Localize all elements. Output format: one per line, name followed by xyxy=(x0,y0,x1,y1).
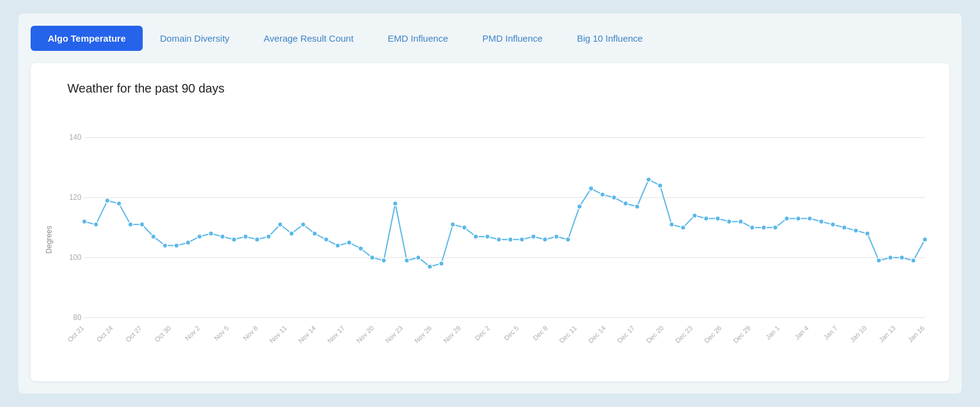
tab-domain-diversity[interactable]: Domain Diversity xyxy=(143,26,246,51)
svg-text:Jan 4: Jan 4 xyxy=(793,324,810,341)
svg-point-101 xyxy=(807,216,812,221)
svg-point-42 xyxy=(128,223,133,227)
svg-point-89 xyxy=(669,223,674,227)
svg-text:Dec 14: Dec 14 xyxy=(587,324,607,344)
svg-text:Jan 13: Jan 13 xyxy=(878,324,897,344)
svg-point-108 xyxy=(888,255,893,260)
chart-area: Degrees 80100120140Oct 21Oct 24Oct 27Oct… xyxy=(43,110,937,369)
svg-text:Dec 29: Dec 29 xyxy=(732,324,752,344)
svg-point-61 xyxy=(347,240,352,245)
svg-point-102 xyxy=(819,219,824,224)
svg-point-41 xyxy=(116,201,121,206)
svg-text:Dec 17: Dec 17 xyxy=(616,324,636,344)
svg-point-70 xyxy=(450,223,455,227)
svg-point-86 xyxy=(635,204,639,209)
svg-point-38 xyxy=(82,219,87,224)
svg-point-109 xyxy=(900,255,905,260)
svg-point-58 xyxy=(312,231,317,236)
svg-text:140: 140 xyxy=(69,134,81,142)
svg-point-77 xyxy=(531,234,536,239)
svg-point-94 xyxy=(727,219,732,224)
tab-emd-influence[interactable]: EMD Influence xyxy=(371,26,465,51)
svg-point-43 xyxy=(140,223,145,227)
svg-point-84 xyxy=(612,195,617,200)
svg-point-93 xyxy=(715,216,720,221)
svg-point-111 xyxy=(922,237,927,242)
svg-text:Dec 20: Dec 20 xyxy=(645,324,665,344)
svg-point-83 xyxy=(600,192,605,197)
svg-text:Oct 27: Oct 27 xyxy=(124,324,143,343)
svg-point-39 xyxy=(94,223,99,227)
svg-point-64 xyxy=(382,258,386,263)
svg-text:Jan 1: Jan 1 xyxy=(764,324,781,341)
svg-point-74 xyxy=(497,237,502,242)
tab-pmd-influence[interactable]: PMD Influence xyxy=(465,26,559,51)
svg-point-49 xyxy=(209,231,214,236)
line-chart: 80100120140Oct 21Oct 24Oct 27Oct 30Nov 2… xyxy=(60,110,937,367)
svg-text:Dec 2: Dec 2 xyxy=(473,324,491,342)
tab-algo-temperature[interactable]: Algo Temperature xyxy=(31,26,143,51)
svg-point-53 xyxy=(255,237,260,242)
chart-title: Weather for the past 90 days xyxy=(67,82,937,96)
svg-point-103 xyxy=(831,223,835,227)
chart-card: Weather for the past 90 days Degrees 801… xyxy=(31,63,949,381)
svg-point-48 xyxy=(197,234,202,239)
svg-point-56 xyxy=(289,231,294,236)
svg-point-106 xyxy=(865,231,870,236)
svg-point-40 xyxy=(105,198,110,203)
svg-text:80: 80 xyxy=(74,313,82,322)
svg-text:120: 120 xyxy=(69,193,81,202)
svg-point-75 xyxy=(508,237,513,242)
svg-point-54 xyxy=(266,234,271,239)
svg-point-107 xyxy=(876,258,881,263)
svg-text:Nov 8: Nov 8 xyxy=(241,324,259,342)
svg-point-105 xyxy=(853,228,858,233)
y-axis-label: Degrees xyxy=(43,110,55,369)
svg-text:Oct 24: Oct 24 xyxy=(95,324,114,343)
svg-point-57 xyxy=(301,223,306,227)
svg-point-79 xyxy=(554,234,559,239)
svg-point-52 xyxy=(243,234,248,239)
svg-point-81 xyxy=(577,204,582,209)
svg-point-44 xyxy=(151,234,156,239)
svg-point-91 xyxy=(692,213,697,218)
svg-point-87 xyxy=(646,177,651,182)
svg-point-68 xyxy=(428,264,432,269)
svg-point-100 xyxy=(796,216,801,221)
svg-text:Nov 14: Nov 14 xyxy=(297,324,317,344)
tab-average-result-count[interactable]: Average Result Count xyxy=(247,26,371,51)
svg-point-92 xyxy=(704,216,709,221)
svg-point-45 xyxy=(162,243,167,248)
svg-text:Nov 17: Nov 17 xyxy=(326,324,346,344)
svg-point-85 xyxy=(623,201,628,206)
svg-text:Dec 26: Dec 26 xyxy=(703,324,723,344)
svg-point-97 xyxy=(761,225,766,230)
svg-text:Jan 10: Jan 10 xyxy=(848,324,868,344)
tab-bar: Algo TemperatureDomain DiversityAverage … xyxy=(31,26,949,51)
tab-big-10-influence[interactable]: Big 10 Influence xyxy=(560,26,660,51)
svg-point-65 xyxy=(393,201,398,206)
svg-text:Nov 29: Nov 29 xyxy=(442,324,462,344)
svg-point-82 xyxy=(589,186,594,191)
main-container: Algo TemperatureDomain DiversityAverage … xyxy=(18,13,962,394)
svg-point-90 xyxy=(680,225,685,230)
svg-point-63 xyxy=(370,255,375,260)
svg-point-50 xyxy=(220,234,225,239)
svg-point-59 xyxy=(324,237,329,242)
svg-point-95 xyxy=(738,219,743,224)
svg-text:Dec 5: Dec 5 xyxy=(502,324,520,342)
svg-point-96 xyxy=(750,225,755,230)
svg-point-47 xyxy=(186,240,190,245)
svg-text:Dec 11: Dec 11 xyxy=(558,324,578,344)
chart-inner: 80100120140Oct 21Oct 24Oct 27Oct 30Nov 2… xyxy=(60,110,937,369)
svg-point-73 xyxy=(485,234,490,239)
svg-point-60 xyxy=(335,243,340,248)
svg-point-62 xyxy=(358,246,363,251)
svg-text:Oct 21: Oct 21 xyxy=(66,324,85,343)
svg-point-76 xyxy=(519,237,524,242)
svg-text:Nov 23: Nov 23 xyxy=(384,324,404,344)
svg-text:Nov 2: Nov 2 xyxy=(184,324,202,342)
svg-point-51 xyxy=(232,237,236,242)
svg-text:Oct 30: Oct 30 xyxy=(153,324,172,343)
svg-point-71 xyxy=(462,225,467,230)
